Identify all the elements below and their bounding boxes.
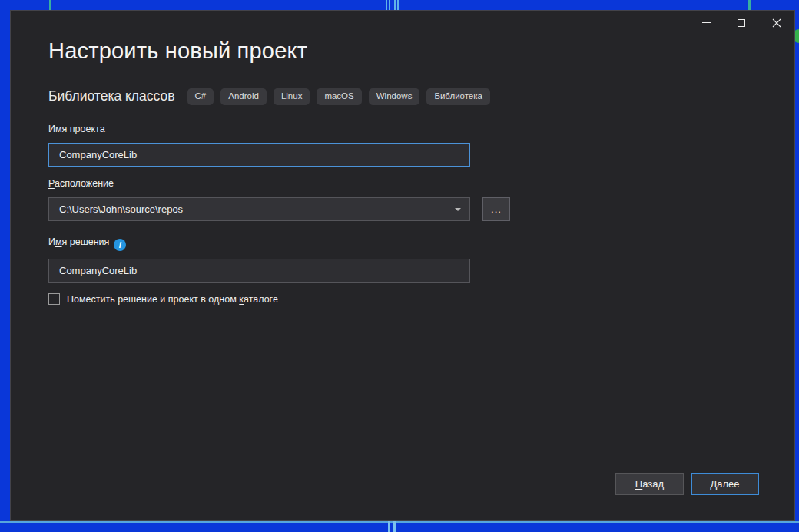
same-directory-option: Поместить решение и проект в одном катал… <box>48 293 278 305</box>
same-directory-label: Поместить решение и проект в одном катал… <box>67 294 278 305</box>
backdrop-blue-mark <box>389 0 390 10</box>
desktop-background: Настроить новый проект Библиотека классо… <box>0 0 799 532</box>
close-icon <box>772 18 781 28</box>
backdrop-teal-mark <box>748 0 751 10</box>
location-combobox[interactable]: C:\Users\John\source\repos <box>48 197 470 221</box>
label-text: аталоге <box>244 294 278 305</box>
maximize-icon <box>738 19 745 27</box>
tag-linux: Linux <box>274 88 310 105</box>
tag-csharp: C# <box>187 88 214 105</box>
solution-name-value: CompanyCoreLib <box>59 265 137 276</box>
backdrop-bottom-mark <box>388 521 390 532</box>
tag-windows: Windows <box>369 88 420 105</box>
close-button[interactable] <box>759 11 794 35</box>
tag-android: Android <box>220 88 267 105</box>
tag-list: C# Android Linux macOS Windows Библиотек… <box>187 88 490 105</box>
back-button[interactable]: Назад <box>615 473 684 495</box>
label-text: Имя <box>48 124 70 134</box>
window-controls <box>688 11 794 35</box>
minimize-button[interactable] <box>688 11 724 35</box>
solution-name-input[interactable]: CompanyCoreLib <box>48 259 470 283</box>
dialog-titlebar[interactable] <box>11 11 794 35</box>
label-accesskey: Р <box>48 178 55 189</box>
backdrop-bottom-mark <box>393 521 396 532</box>
label-accesskey: п <box>70 124 75 134</box>
location-label: Расположение <box>48 178 114 189</box>
label-text: Поместить решение и проект в одном <box>67 294 239 305</box>
project-name-input[interactable]: CompanyCoreLib <box>48 143 470 167</box>
chevron-down-icon <box>455 208 461 211</box>
label-accesskey: Н <box>635 478 642 490</box>
label-text: алее <box>717 478 739 490</box>
text-caret <box>138 149 138 161</box>
backdrop-teal-mark <box>49 0 51 10</box>
label-text: асположение <box>55 178 114 189</box>
maximize-button[interactable] <box>724 11 759 35</box>
project-name-label: Имя проекта <box>48 124 105 134</box>
label-accesskey: м <box>55 236 62 247</box>
template-row: Библиотека классов C# Android Linux macO… <box>48 88 490 105</box>
tag-macos: macOS <box>317 88 361 105</box>
template-name: Библиотека классов <box>48 88 175 104</box>
label-accesskey: Д <box>710 478 717 490</box>
location-value: C:\Users\John\source\repos <box>59 203 183 215</box>
backdrop-statusbar-highlight <box>0 521 799 523</box>
browse-location-button[interactable]: ... <box>482 197 510 221</box>
configure-project-dialog: Настроить новый проект Библиотека классо… <box>10 10 795 521</box>
label-text: И <box>48 236 55 247</box>
backdrop-blue-mark <box>394 0 396 10</box>
minimize-icon <box>702 22 711 23</box>
label-text: я решения <box>62 236 110 247</box>
same-directory-checkbox[interactable] <box>48 293 60 305</box>
backdrop-blue-mark <box>386 0 387 10</box>
label-text: азад <box>642 478 664 490</box>
page-title: Настроить новый проект <box>48 38 307 64</box>
info-icon[interactable]: i <box>114 239 126 251</box>
project-name-value: CompanyCoreLib <box>59 149 137 160</box>
backdrop-blue-mark <box>397 0 399 10</box>
next-button[interactable]: Далее <box>691 473 759 495</box>
tag-library: Библиотека <box>426 88 490 105</box>
solution-name-label: Имя решенияi <box>48 236 126 251</box>
label-text: роекта <box>75 124 105 134</box>
